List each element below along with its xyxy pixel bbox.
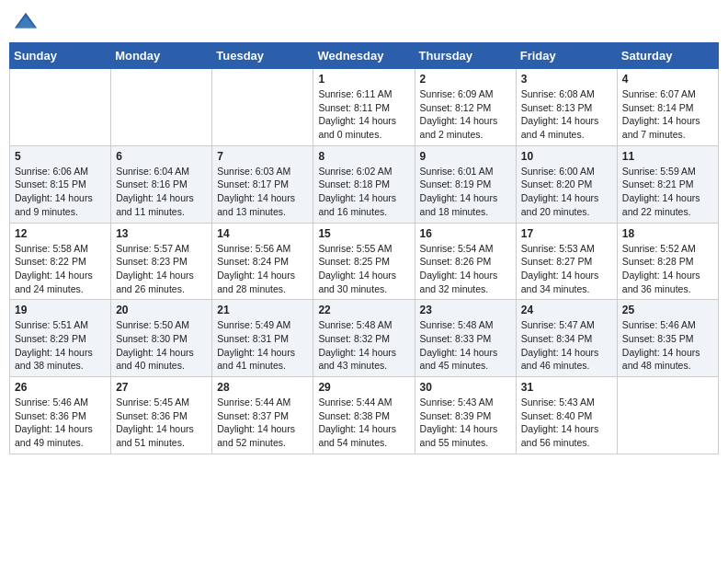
calendar-cell xyxy=(10,69,111,146)
cell-content: Sunrise: 5:47 AMSunset: 8:34 PMDaylight:… xyxy=(521,318,612,373)
cell-content: Sunrise: 6:03 AMSunset: 8:17 PMDaylight:… xyxy=(217,165,308,219)
header-cell-tuesday: Tuesday xyxy=(212,43,313,69)
cell-content: Sunrise: 5:51 AMSunset: 8:29 PMDaylight:… xyxy=(15,318,106,373)
day-number: 12 xyxy=(15,227,106,240)
week-row-3: 12Sunrise: 5:58 AMSunset: 8:22 PMDayligh… xyxy=(10,223,719,300)
cell-content: Sunrise: 5:59 AMSunset: 8:21 PMDaylight:… xyxy=(622,165,713,219)
calendar-cell: 13Sunrise: 5:57 AMSunset: 8:23 PMDayligh… xyxy=(111,223,212,300)
cell-content: Sunrise: 5:44 AMSunset: 8:37 PMDaylight:… xyxy=(217,396,308,450)
calendar-cell xyxy=(617,377,718,454)
calendar-cell: 6Sunrise: 6:04 AMSunset: 8:16 PMDaylight… xyxy=(111,145,212,223)
calendar-cell: 19Sunrise: 5:51 AMSunset: 8:29 PMDayligh… xyxy=(10,300,111,377)
calendar-cell: 10Sunrise: 6:00 AMSunset: 8:20 PMDayligh… xyxy=(516,145,617,223)
calendar-body: 1Sunrise: 6:11 AMSunset: 8:11 PMDaylight… xyxy=(10,69,719,454)
week-row-5: 26Sunrise: 5:46 AMSunset: 8:36 PMDayligh… xyxy=(10,377,719,454)
cell-content: Sunrise: 5:45 AMSunset: 8:36 PMDaylight:… xyxy=(116,396,207,450)
day-number: 14 xyxy=(217,227,308,240)
cell-content: Sunrise: 5:49 AMSunset: 8:31 PMDaylight:… xyxy=(217,318,308,373)
day-number: 31 xyxy=(521,381,612,394)
calendar-cell: 23Sunrise: 5:48 AMSunset: 8:33 PMDayligh… xyxy=(415,300,516,377)
cell-content: Sunrise: 5:48 AMSunset: 8:33 PMDaylight:… xyxy=(420,318,511,373)
cell-content: Sunrise: 5:58 AMSunset: 8:22 PMDaylight:… xyxy=(15,242,106,296)
day-number: 3 xyxy=(521,73,612,86)
page-header xyxy=(9,9,719,35)
cell-content: Sunrise: 6:07 AMSunset: 8:14 PMDaylight:… xyxy=(622,87,713,142)
day-number: 5 xyxy=(15,150,106,163)
cell-content: Sunrise: 6:01 AMSunset: 8:19 PMDaylight:… xyxy=(420,165,511,219)
cell-content: Sunrise: 5:54 AMSunset: 8:26 PMDaylight:… xyxy=(420,242,511,296)
header-cell-wednesday: Wednesday xyxy=(313,43,415,69)
cell-content: Sunrise: 5:52 AMSunset: 8:28 PMDaylight:… xyxy=(622,242,713,296)
day-number: 16 xyxy=(420,227,511,240)
calendar-cell: 12Sunrise: 5:58 AMSunset: 8:22 PMDayligh… xyxy=(10,223,111,300)
calendar-table: SundayMondayTuesdayWednesdayThursdayFrid… xyxy=(9,42,719,454)
day-number: 25 xyxy=(622,304,713,316)
cell-content: Sunrise: 6:04 AMSunset: 8:16 PMDaylight:… xyxy=(116,165,207,219)
day-number: 23 xyxy=(420,304,511,316)
week-row-2: 5Sunrise: 6:06 AMSunset: 8:15 PMDaylight… xyxy=(10,145,719,223)
day-number: 22 xyxy=(318,304,409,316)
calendar-cell: 9Sunrise: 6:01 AMSunset: 8:19 PMDaylight… xyxy=(415,145,516,223)
logo xyxy=(13,9,42,35)
day-number: 1 xyxy=(318,73,409,86)
day-number: 10 xyxy=(521,150,612,163)
day-number: 28 xyxy=(217,381,308,394)
day-number: 21 xyxy=(217,304,308,316)
day-number: 13 xyxy=(116,227,207,240)
calendar-cell xyxy=(212,69,313,146)
calendar-cell: 8Sunrise: 6:02 AMSunset: 8:18 PMDaylight… xyxy=(313,145,415,223)
day-number: 11 xyxy=(622,150,713,163)
day-number: 15 xyxy=(318,227,409,240)
header-cell-monday: Monday xyxy=(111,43,212,69)
day-number: 7 xyxy=(217,150,308,163)
calendar-cell xyxy=(111,69,212,146)
day-number: 26 xyxy=(15,381,106,394)
day-number: 24 xyxy=(521,304,612,316)
cell-content: Sunrise: 5:55 AMSunset: 8:25 PMDaylight:… xyxy=(318,242,409,296)
cell-content: Sunrise: 5:48 AMSunset: 8:32 PMDaylight:… xyxy=(318,318,409,373)
cell-content: Sunrise: 6:02 AMSunset: 8:18 PMDaylight:… xyxy=(318,165,409,219)
calendar-cell: 18Sunrise: 5:52 AMSunset: 8:28 PMDayligh… xyxy=(617,223,718,300)
calendar-cell: 30Sunrise: 5:43 AMSunset: 8:39 PMDayligh… xyxy=(415,377,516,454)
day-number: 30 xyxy=(420,381,511,394)
day-number: 18 xyxy=(622,227,713,240)
day-number: 6 xyxy=(116,150,207,163)
calendar-cell: 31Sunrise: 5:43 AMSunset: 8:40 PMDayligh… xyxy=(516,377,617,454)
calendar-cell: 25Sunrise: 5:46 AMSunset: 8:35 PMDayligh… xyxy=(617,300,718,377)
cell-content: Sunrise: 6:08 AMSunset: 8:13 PMDaylight:… xyxy=(521,87,612,142)
day-number: 17 xyxy=(521,227,612,240)
calendar-cell: 2Sunrise: 6:09 AMSunset: 8:12 PMDaylight… xyxy=(415,69,516,146)
calendar-cell: 7Sunrise: 6:03 AMSunset: 8:17 PMDaylight… xyxy=(212,145,313,223)
logo-icon xyxy=(13,9,39,35)
cell-content: Sunrise: 6:09 AMSunset: 8:12 PMDaylight:… xyxy=(420,87,511,142)
calendar-cell: 24Sunrise: 5:47 AMSunset: 8:34 PMDayligh… xyxy=(516,300,617,377)
calendar-cell: 26Sunrise: 5:46 AMSunset: 8:36 PMDayligh… xyxy=(10,377,111,454)
header-row: SundayMondayTuesdayWednesdayThursdayFrid… xyxy=(10,43,719,69)
calendar-cell: 5Sunrise: 6:06 AMSunset: 8:15 PMDaylight… xyxy=(10,145,111,223)
calendar-cell: 11Sunrise: 5:59 AMSunset: 8:21 PMDayligh… xyxy=(617,145,718,223)
cell-content: Sunrise: 5:56 AMSunset: 8:24 PMDaylight:… xyxy=(217,242,308,296)
day-number: 29 xyxy=(318,381,409,394)
calendar-cell: 4Sunrise: 6:07 AMSunset: 8:14 PMDaylight… xyxy=(617,69,718,146)
calendar-cell: 16Sunrise: 5:54 AMSunset: 8:26 PMDayligh… xyxy=(415,223,516,300)
cell-content: Sunrise: 6:06 AMSunset: 8:15 PMDaylight:… xyxy=(15,165,106,219)
day-number: 8 xyxy=(318,150,409,163)
cell-content: Sunrise: 5:46 AMSunset: 8:35 PMDaylight:… xyxy=(622,318,713,373)
calendar-cell: 3Sunrise: 6:08 AMSunset: 8:13 PMDaylight… xyxy=(516,69,617,146)
cell-content: Sunrise: 5:50 AMSunset: 8:30 PMDaylight:… xyxy=(116,318,207,373)
cell-content: Sunrise: 5:43 AMSunset: 8:40 PMDaylight:… xyxy=(521,396,612,450)
calendar-cell: 29Sunrise: 5:44 AMSunset: 8:38 PMDayligh… xyxy=(313,377,415,454)
week-row-1: 1Sunrise: 6:11 AMSunset: 8:11 PMDaylight… xyxy=(10,69,719,146)
header-cell-thursday: Thursday xyxy=(415,43,516,69)
cell-content: Sunrise: 6:11 AMSunset: 8:11 PMDaylight:… xyxy=(318,87,409,142)
day-number: 27 xyxy=(116,381,207,394)
day-number: 9 xyxy=(420,150,511,163)
header-cell-friday: Friday xyxy=(516,43,617,69)
header-cell-saturday: Saturday xyxy=(617,43,718,69)
header-cell-sunday: Sunday xyxy=(10,43,111,69)
calendar-cell: 28Sunrise: 5:44 AMSunset: 8:37 PMDayligh… xyxy=(212,377,313,454)
cell-content: Sunrise: 6:00 AMSunset: 8:20 PMDaylight:… xyxy=(521,165,612,219)
calendar-cell: 17Sunrise: 5:53 AMSunset: 8:27 PMDayligh… xyxy=(516,223,617,300)
calendar-cell: 21Sunrise: 5:49 AMSunset: 8:31 PMDayligh… xyxy=(212,300,313,377)
day-number: 20 xyxy=(116,304,207,316)
